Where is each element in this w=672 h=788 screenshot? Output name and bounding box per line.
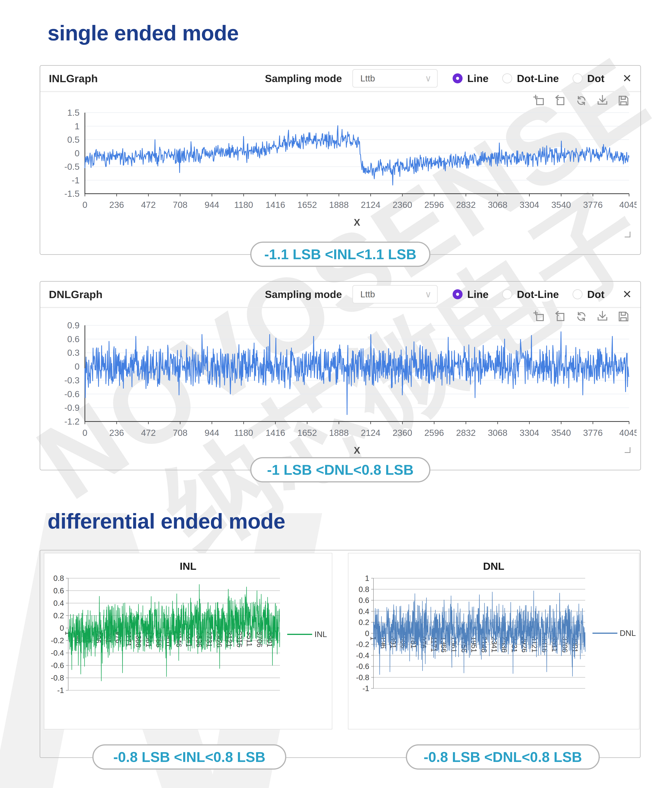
svg-text:-0.5: -0.5 bbox=[64, 162, 79, 172]
svg-text:0: 0 bbox=[83, 428, 87, 438]
radio-selected-icon bbox=[453, 289, 462, 299]
svg-text:1888: 1888 bbox=[329, 428, 349, 438]
chart-toolbar bbox=[533, 310, 630, 323]
chart-title: INL bbox=[44, 560, 332, 572]
sampling-mode-label: Sampling mode bbox=[265, 288, 342, 300]
svg-text:1: 1 bbox=[365, 574, 369, 582]
svg-text:0.6: 0.6 bbox=[67, 334, 79, 344]
svg-text:0.2: 0.2 bbox=[359, 618, 369, 626]
svg-text:1180: 1180 bbox=[234, 428, 253, 438]
svg-text:0.6: 0.6 bbox=[53, 586, 64, 595]
diff-dnl-result-badge: -0.8 LSB <DNL<0.8 LSB bbox=[406, 744, 600, 770]
svg-text:-0.8: -0.8 bbox=[51, 674, 64, 682]
download-icon[interactable] bbox=[596, 94, 608, 108]
excel-inl-chart: 0.80.60.40.20-0.2-0.4-0.6-0.8-1119639158… bbox=[46, 572, 328, 725]
svg-text:0.8: 0.8 bbox=[359, 585, 369, 594]
excel-inl-chart-box: INL 0.80.60.40.20-0.2-0.4-0.6-0.8-111963… bbox=[44, 553, 332, 729]
dnl-panel-header: DNLGraph Sampling mode Lttb Line Dot-Lin… bbox=[40, 282, 640, 307]
crop-zoom-icon[interactable] bbox=[533, 94, 545, 108]
heading-single-ended-mode: single ended mode bbox=[48, 21, 238, 45]
svg-text:1366: 1366 bbox=[134, 631, 142, 647]
dropdown-value: Lttb bbox=[360, 289, 425, 299]
dnl-graph-panel: DNLGraph Sampling mode Lttb Line Dot-Lin… bbox=[40, 281, 641, 470]
radio-unselected-icon bbox=[502, 73, 512, 83]
sampling-mode-dropdown[interactable]: Lttb bbox=[353, 285, 438, 303]
chart-title: DNL bbox=[348, 560, 639, 572]
refresh-icon[interactable] bbox=[575, 310, 588, 323]
svg-text:-1: -1 bbox=[71, 175, 79, 185]
save-icon[interactable] bbox=[617, 310, 630, 323]
svg-text:2832: 2832 bbox=[456, 200, 476, 210]
svg-text:-0.6: -0.6 bbox=[51, 661, 64, 670]
svg-text:944: 944 bbox=[205, 428, 219, 438]
heading-differential-ended-mode: differential ended mode bbox=[48, 509, 285, 534]
close-icon[interactable]: ✕ bbox=[623, 288, 632, 301]
download-icon[interactable] bbox=[596, 310, 608, 323]
svg-text:2596: 2596 bbox=[424, 428, 444, 438]
svg-text:1561: 1561 bbox=[450, 637, 458, 653]
close-icon[interactable]: ✕ bbox=[623, 72, 632, 85]
differential-container: INL 0.80.60.40.20-0.2-0.4-0.6-0.8-111963… bbox=[40, 550, 640, 758]
resize-handle-icon[interactable] bbox=[625, 447, 631, 453]
radio-line[interactable]: Line bbox=[453, 288, 488, 300]
svg-text:X: X bbox=[354, 217, 360, 228]
resize-handle-icon[interactable] bbox=[625, 232, 631, 237]
radio-line[interactable]: Line bbox=[453, 72, 488, 84]
svg-text:INL: INL bbox=[315, 630, 327, 639]
radio-label: Dot-Line bbox=[517, 288, 559, 300]
svg-text:-0.3: -0.3 bbox=[64, 375, 79, 385]
svg-text:3776: 3776 bbox=[583, 200, 603, 210]
radio-dot[interactable]: Dot bbox=[573, 72, 604, 84]
radio-dot-line[interactable]: Dot-Line bbox=[502, 72, 559, 84]
svg-text:1652: 1652 bbox=[297, 428, 317, 438]
svg-text:2731: 2731 bbox=[205, 631, 213, 647]
radio-selected-icon bbox=[453, 73, 462, 83]
svg-text:0: 0 bbox=[60, 624, 64, 632]
svg-text:-0.2: -0.2 bbox=[51, 636, 64, 645]
panel-title: DNLGraph bbox=[49, 288, 103, 300]
radio-label: Dot-Line bbox=[517, 72, 559, 84]
chevron-down-icon bbox=[425, 289, 432, 299]
svg-text:-1: -1 bbox=[57, 686, 64, 694]
sampling-mode-dropdown[interactable]: Lttb bbox=[353, 69, 438, 87]
svg-text:1: 1 bbox=[75, 121, 79, 131]
refresh-icon[interactable] bbox=[575, 94, 588, 108]
svg-text:-0.9: -0.9 bbox=[64, 403, 79, 413]
dropdown-value: Lttb bbox=[360, 73, 425, 84]
svg-text:-1: -1 bbox=[362, 684, 369, 693]
radio-dot[interactable]: Dot bbox=[573, 288, 604, 300]
panel-title: INLGraph bbox=[49, 72, 98, 85]
dnl-line-chart: 0.90.60.30-0.3-0.6-0.9-1.202364727089441… bbox=[46, 313, 637, 462]
svg-text:2832: 2832 bbox=[456, 428, 476, 438]
chevron-down-icon bbox=[425, 73, 432, 84]
inl-line-chart: 1.510.50-0.5-1-1.50236472708944118014161… bbox=[46, 100, 637, 234]
diff-inl-result-badge: -0.8 LSB <INL<0.8 LSB bbox=[92, 744, 286, 770]
svg-text:4045: 4045 bbox=[619, 200, 637, 210]
radio-label: Line bbox=[467, 288, 488, 300]
svg-text:1.5: 1.5 bbox=[67, 108, 79, 118]
excel-dnl-chart: 10.80.60.40.20-0.2-0.4-0.6-0.8-111963915… bbox=[351, 572, 637, 725]
crop-restore-icon[interactable] bbox=[554, 310, 566, 323]
chart-toolbar bbox=[533, 94, 630, 108]
svg-text:0.8: 0.8 bbox=[53, 574, 64, 582]
crop-restore-icon[interactable] bbox=[554, 94, 566, 108]
svg-text:1416: 1416 bbox=[265, 428, 285, 438]
svg-text:0.4: 0.4 bbox=[359, 607, 369, 616]
svg-text:0.2: 0.2 bbox=[53, 612, 64, 620]
svg-text:1652: 1652 bbox=[297, 200, 317, 210]
inl-panel-header: INLGraph Sampling mode Lttb Line Dot-Lin… bbox=[40, 66, 640, 91]
svg-text:3068: 3068 bbox=[488, 200, 507, 210]
svg-text:0: 0 bbox=[75, 148, 79, 158]
crop-zoom-icon[interactable] bbox=[533, 310, 545, 323]
inl-result-badge: -1.1 LSB <INL<1.1 LSB bbox=[250, 241, 431, 267]
save-icon[interactable] bbox=[617, 94, 630, 108]
svg-text:0.3: 0.3 bbox=[67, 348, 79, 358]
svg-text:DNL: DNL bbox=[620, 629, 636, 638]
radio-dot-line[interactable]: Dot-Line bbox=[502, 288, 559, 300]
svg-text:236: 236 bbox=[109, 200, 124, 210]
svg-text:4045: 4045 bbox=[619, 428, 637, 438]
svg-text:2341: 2341 bbox=[490, 637, 498, 653]
svg-text:1416: 1416 bbox=[265, 200, 285, 210]
svg-text:3304: 3304 bbox=[519, 200, 539, 210]
svg-text:3776: 3776 bbox=[583, 428, 603, 438]
